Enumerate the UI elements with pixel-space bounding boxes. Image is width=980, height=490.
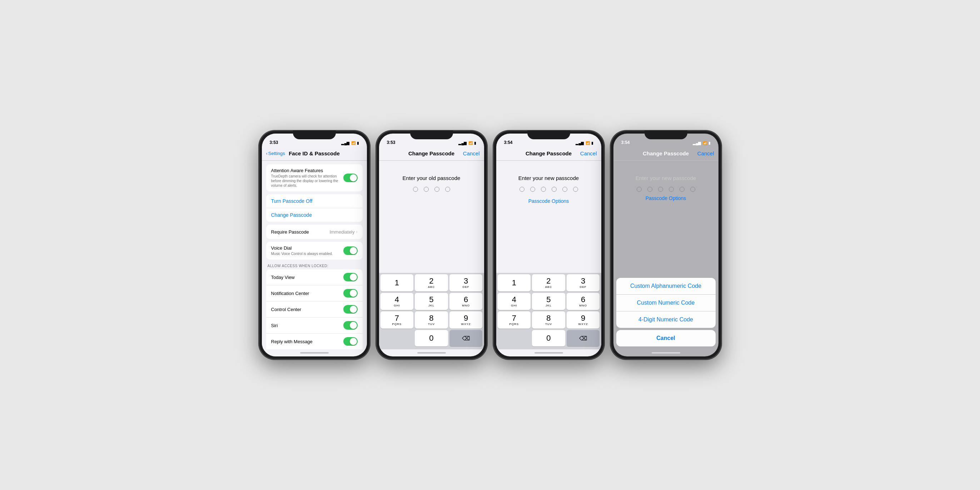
key-empty-l-2 bbox=[380, 330, 414, 347]
require-value: Immediately bbox=[329, 229, 355, 235]
voice-dial-group: Voice Dial Music Voice Control is always… bbox=[266, 242, 363, 259]
voice-dial-row[interactable]: Voice Dial Music Voice Control is always… bbox=[266, 242, 363, 259]
siri-toggle[interactable] bbox=[343, 321, 358, 329]
passcode-screen-3: Enter your new passcode Passcode Options… bbox=[496, 161, 601, 349]
passcode-prompt-3: Enter your new passcode bbox=[519, 175, 579, 181]
key-2-3[interactable]: 2ABC bbox=[532, 274, 565, 291]
status-icons-4: ▂▄▆ 📶 ▮ bbox=[693, 141, 710, 145]
dot-3-6 bbox=[573, 187, 578, 192]
passcode-links-group: Turn Passcode Off Change Passcode bbox=[266, 194, 363, 222]
key-4-2[interactable]: 4GHI bbox=[380, 293, 414, 310]
status-time-2: 3:53 bbox=[387, 140, 396, 145]
cancel-button-3[interactable]: Cancel bbox=[580, 150, 597, 156]
option-4digit[interactable]: 4-Digit Numeric Code bbox=[616, 312, 716, 328]
passcode-options-link-4[interactable]: Passcode Options bbox=[646, 196, 686, 201]
notification-center-label: Notification Center bbox=[271, 291, 343, 296]
nav-title-1: Face ID & Passcode bbox=[289, 150, 340, 156]
key-0-3[interactable]: 0 bbox=[532, 330, 565, 347]
dot-3-4 bbox=[552, 187, 557, 192]
phone-3: 3:54 ▂▄▆ 📶 ▮ Change Passcode Cancel Ente… bbox=[493, 131, 604, 359]
wifi-icon-2: 📶 bbox=[468, 141, 473, 145]
signal-icon-1: ▂▄▆ bbox=[341, 141, 349, 145]
voice-dial-label: Voice Dial bbox=[271, 245, 343, 251]
change-passcode-row[interactable]: Change Passcode bbox=[266, 208, 363, 222]
control-center-toggle[interactable] bbox=[343, 305, 358, 313]
key-6-3[interactable]: 6MNO bbox=[566, 293, 600, 310]
attention-group: Attention Aware Features TrueDepth camer… bbox=[266, 164, 363, 191]
require-chevron: › bbox=[356, 229, 358, 234]
cancel-button-2[interactable]: Cancel bbox=[463, 150, 480, 156]
key-4-3[interactable]: 4GHI bbox=[498, 293, 531, 310]
reply-message-toggle[interactable] bbox=[343, 337, 358, 346]
dot-3-1 bbox=[519, 187, 525, 192]
nav-bar-4: Change Passcode Cancel bbox=[613, 146, 719, 161]
cancel-button-4[interactable]: Cancel bbox=[697, 150, 714, 156]
reply-message-label: Reply with Message bbox=[271, 339, 343, 344]
notch-1 bbox=[293, 131, 336, 139]
siri-row[interactable]: Siri bbox=[266, 318, 363, 334]
notch-3 bbox=[527, 131, 570, 139]
passcode-dots-3 bbox=[519, 187, 578, 192]
battery-icon-2: ▮ bbox=[474, 141, 476, 145]
key-8-2[interactable]: 8TUV bbox=[415, 312, 448, 329]
notification-center-row[interactable]: Notification Center bbox=[266, 285, 363, 301]
key-2-2[interactable]: 2ABC bbox=[415, 274, 448, 291]
wifi-icon-3: 📶 bbox=[585, 141, 590, 145]
status-time-4: 3:54 bbox=[621, 140, 630, 145]
wifi-icon-1: 📶 bbox=[351, 141, 355, 145]
key-3-3[interactable]: 3DEF bbox=[566, 274, 600, 291]
today-view-toggle[interactable] bbox=[343, 273, 358, 282]
passcode-dots-4 bbox=[637, 187, 695, 192]
notification-center-toggle[interactable] bbox=[343, 289, 358, 298]
nav-title-3: Change Passcode bbox=[525, 150, 572, 156]
key-7-3[interactable]: 7PQRS bbox=[498, 312, 531, 329]
status-icons-1: ▂▄▆ 📶 ▮ bbox=[341, 141, 359, 145]
back-button-1[interactable]: ‹ Settings bbox=[266, 151, 285, 156]
nav-bar-2: Change Passcode Cancel bbox=[379, 146, 484, 161]
reply-message-row[interactable]: Reply with Message bbox=[266, 334, 363, 349]
dot-2 bbox=[424, 187, 429, 192]
dot-3-5 bbox=[562, 187, 567, 192]
key-7-2[interactable]: 7PQRS bbox=[380, 312, 414, 329]
turn-off-row[interactable]: Turn Passcode Off bbox=[266, 194, 363, 208]
key-1-3[interactable]: 1 bbox=[498, 274, 531, 291]
signal-icon-4: ▂▄▆ bbox=[693, 141, 701, 145]
dot-4-6 bbox=[690, 187, 695, 192]
key-del-3[interactable]: ⌫ bbox=[566, 330, 600, 347]
control-center-label: Control Center bbox=[271, 307, 343, 312]
key-9-2[interactable]: 9WXYZ bbox=[449, 312, 483, 329]
key-0-2[interactable]: 0 bbox=[415, 330, 448, 347]
attention-row[interactable]: Attention Aware Features TrueDepth camer… bbox=[266, 164, 363, 191]
wifi-icon-4: 📶 bbox=[703, 141, 707, 145]
key-5-2[interactable]: 5JKL bbox=[415, 293, 448, 310]
passcode-options-link-3[interactable]: Passcode Options bbox=[528, 198, 569, 204]
require-passcode-row[interactable]: Require Passcode Immediately › bbox=[266, 224, 363, 239]
key-6-2[interactable]: 6MNO bbox=[449, 293, 483, 310]
attention-label: Attention Aware Features bbox=[271, 168, 343, 173]
key-5-3[interactable]: 5JKL bbox=[532, 293, 565, 310]
control-center-row[interactable]: Control Center bbox=[266, 301, 363, 318]
allow-access-header: ALLOW ACCESS WHEN LOCKED: bbox=[262, 262, 367, 269]
signal-icon-3: ▂▄▆ bbox=[576, 141, 584, 145]
key-8-3[interactable]: 8TUV bbox=[532, 312, 565, 329]
option-numeric[interactable]: Custom Numeric Code bbox=[616, 294, 716, 312]
dot-4-4 bbox=[669, 187, 674, 192]
home-indicator-4 bbox=[613, 349, 719, 356]
numpad-2: 1 2ABC 3DEF 4GHI 5JKL 6MNO 7PQRS 8TUV 9W… bbox=[379, 273, 484, 349]
key-9-3[interactable]: 9WXYZ bbox=[566, 312, 600, 329]
dot-1 bbox=[413, 187, 418, 192]
voice-dial-toggle[interactable] bbox=[343, 247, 358, 255]
turn-off-link[interactable]: Turn Passcode Off bbox=[271, 198, 313, 204]
key-1-2[interactable]: 1 bbox=[380, 274, 414, 291]
key-3-2[interactable]: 3DEF bbox=[449, 274, 483, 291]
dot-4-3 bbox=[658, 187, 663, 192]
dot-3-2 bbox=[530, 187, 535, 192]
require-label: Require Passcode bbox=[271, 229, 330, 235]
modal-cancel-button[interactable]: Cancel bbox=[616, 330, 716, 347]
key-del-2[interactable]: ⌫ bbox=[449, 330, 483, 347]
option-alphanumeric[interactable]: Custom Alphanumeric Code bbox=[616, 278, 716, 294]
today-view-row[interactable]: Today View bbox=[266, 269, 363, 285]
change-passcode-link[interactable]: Change Passcode bbox=[271, 212, 312, 218]
attention-toggle[interactable] bbox=[343, 173, 358, 182]
today-view-label: Today View bbox=[271, 275, 343, 280]
